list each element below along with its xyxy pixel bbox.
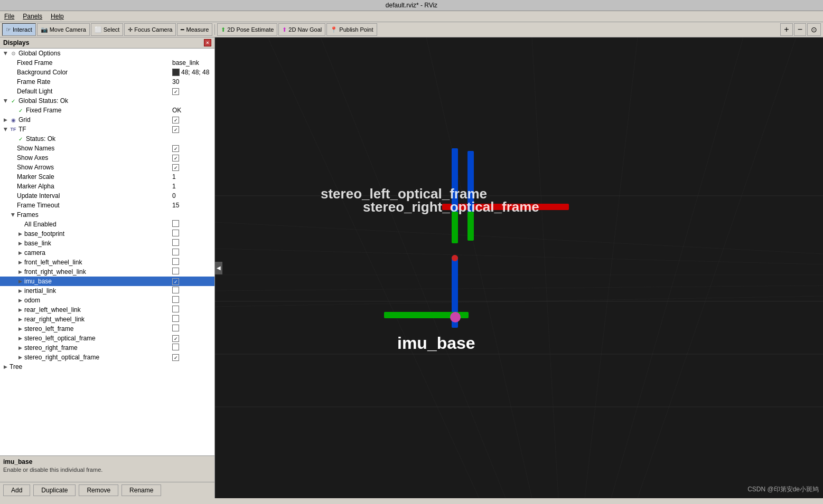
duplicate-button[interactable]: Duplicate <box>33 484 76 496</box>
menu-file[interactable]: File <box>2 12 16 21</box>
grid-checkbox[interactable] <box>172 117 179 123</box>
tree-row-all-enabled[interactable]: All Enabled <box>0 220 214 229</box>
expand-global-options[interactable] <box>2 50 8 56</box>
tf-checkbox[interactable] <box>172 126 179 133</box>
camera-value[interactable] <box>172 249 214 257</box>
expand-inertial-link[interactable] <box>17 288 23 294</box>
expand-stereo-left-frame[interactable] <box>17 326 23 332</box>
default-light-value[interactable] <box>172 88 214 96</box>
tree-row-default-light[interactable]: Default Light <box>0 87 214 96</box>
expand-camera[interactable] <box>17 250 23 256</box>
tree-row-update-interval[interactable]: Update Interval 0 <box>0 191 214 201</box>
imu-base-checkbox[interactable] <box>172 278 179 285</box>
expand-stereo-right-frame[interactable] <box>17 345 23 351</box>
add-button[interactable]: Add <box>3 484 30 496</box>
tree-row-frame-rate[interactable]: Frame Rate 30 <box>0 77 214 87</box>
expand-global-status[interactable] <box>2 98 8 104</box>
frame-timeout-value[interactable]: 15 <box>172 202 214 209</box>
expand-base-link[interactable] <box>17 240 23 246</box>
default-light-checkbox[interactable] <box>172 88 179 95</box>
marker-scale-value[interactable]: 1 <box>172 173 214 180</box>
expand-front-left[interactable] <box>17 259 23 265</box>
expand-tf[interactable] <box>2 126 8 132</box>
stereo-left-frame-value[interactable] <box>172 325 214 333</box>
marker-alpha-value[interactable]: 1 <box>172 183 214 190</box>
tree-row-rear-right-wheel[interactable]: rear_right_wheel_link <box>0 315 214 324</box>
base-footprint-value[interactable] <box>172 230 214 238</box>
stereo-right-frame-checkbox[interactable] <box>172 344 179 350</box>
rear-left-wheel-value[interactable] <box>172 306 214 314</box>
stereo-right-optical-value[interactable] <box>172 354 214 362</box>
base-link-value[interactable] <box>172 239 214 248</box>
tree-row-odom[interactable]: odom <box>0 296 214 305</box>
stereo-right-frame-value[interactable] <box>172 344 214 352</box>
show-axes-value[interactable] <box>172 154 214 162</box>
tree-row-marker-scale[interactable]: Marker Scale 1 <box>0 172 214 182</box>
grid-value[interactable] <box>172 116 214 124</box>
front-right-wheel-value[interactable] <box>172 268 214 276</box>
inertial-link-value[interactable] <box>172 287 214 295</box>
base-link-checkbox[interactable] <box>172 239 179 246</box>
expand-front-right[interactable] <box>17 269 23 275</box>
tree-row-base-footprint[interactable]: base_footprint <box>0 229 214 239</box>
show-arrows-value[interactable] <box>172 164 214 172</box>
tree-row-tree[interactable]: Tree <box>0 362 214 372</box>
zoom-remove-button[interactable]: − <box>794 23 806 36</box>
stereo-left-optical-value[interactable] <box>172 335 214 343</box>
move-camera-button[interactable]: 📷 Move Camera <box>37 23 90 36</box>
tree-row-fixed-frame[interactable]: Fixed Frame base_link <box>0 58 214 68</box>
tree-row-marker-alpha[interactable]: Marker Alpha 1 <box>0 182 214 191</box>
rear-left-wheel-checkbox[interactable] <box>172 306 179 312</box>
expand-grid[interactable] <box>2 117 8 123</box>
zoom-add-button[interactable]: + <box>780 23 792 36</box>
pose-estimate-button[interactable]: ⬆ 2D Pose Estimate <box>217 23 277 36</box>
publish-point-button[interactable]: 📍 Publish Point <box>326 23 377 36</box>
tree-row-inertial-link[interactable]: inertial_link <box>0 286 214 296</box>
camera-checkbox[interactable] <box>172 249 179 255</box>
menu-panels[interactable]: Panels <box>21 12 44 21</box>
tree-row-stereo-right-frame[interactable]: stereo_right_frame <box>0 343 214 353</box>
tree-row-global-options[interactable]: ⚙ Global Options <box>0 49 214 58</box>
inertial-link-checkbox[interactable] <box>172 287 179 293</box>
menu-help[interactable]: Help <box>49 12 66 21</box>
tree-row-tf-status[interactable]: ✓ Status: Ok <box>0 134 214 144</box>
front-right-wheel-checkbox[interactable] <box>172 268 179 274</box>
tree-row-camera[interactable]: camera <box>0 248 214 258</box>
tree-row-show-axes[interactable]: Show Axes <box>0 153 214 163</box>
show-names-checkbox[interactable] <box>172 145 179 152</box>
stereo-left-frame-checkbox[interactable] <box>172 325 179 331</box>
odom-value[interactable] <box>172 296 214 305</box>
stereo-right-optical-checkbox[interactable] <box>172 354 179 361</box>
bg-color-value[interactable]: 48; 48; 48 <box>172 69 214 77</box>
show-names-value[interactable] <box>172 145 214 153</box>
remove-button[interactable]: Remove <box>79 484 118 496</box>
viewport[interactable]: ◀ <box>215 37 823 498</box>
tree-row-front-left-wheel[interactable]: front_left_wheel_link <box>0 258 214 267</box>
front-left-wheel-checkbox[interactable] <box>172 258 179 265</box>
frame-rate-value[interactable]: 30 <box>172 78 214 85</box>
tree-row-show-names[interactable]: Show Names <box>0 144 214 153</box>
interact-button[interactable]: ☞ Interact <box>2 23 36 36</box>
tree-row-global-status[interactable]: ✓ Global Status: Ok <box>0 96 214 106</box>
show-axes-checkbox[interactable] <box>172 155 179 161</box>
expand-rear-left[interactable] <box>17 307 23 313</box>
rename-button[interactable]: Rename <box>121 484 161 496</box>
tree-row-frames[interactable]: Frames <box>0 210 214 220</box>
tree-row-tf[interactable]: TF TF <box>0 125 214 134</box>
expand-rear-right[interactable] <box>17 316 23 322</box>
all-enabled-value[interactable] <box>172 220 214 229</box>
update-interval-value[interactable]: 0 <box>172 192 214 199</box>
odom-checkbox[interactable] <box>172 296 179 303</box>
tree-row-base-link[interactable]: base_link <box>0 239 214 248</box>
expand-stereo-right-optical[interactable] <box>17 354 23 360</box>
tree-row-show-arrows[interactable]: Show Arrows <box>0 163 214 172</box>
nav-goal-button[interactable]: ⬆ 2D Nav Goal <box>278 23 325 36</box>
base-footprint-checkbox[interactable] <box>172 230 179 236</box>
imu-base-value[interactable] <box>172 278 214 286</box>
expand-base-footprint[interactable] <box>17 231 23 237</box>
expand-odom[interactable] <box>17 297 23 303</box>
displays-close-button[interactable]: × <box>204 39 211 46</box>
expand-tree-node[interactable] <box>2 364 8 370</box>
zoom-reset-button[interactable]: ⊙ <box>807 23 821 36</box>
tree-row-fixed-frame2[interactable]: ✓ Fixed Frame OK <box>0 106 214 115</box>
